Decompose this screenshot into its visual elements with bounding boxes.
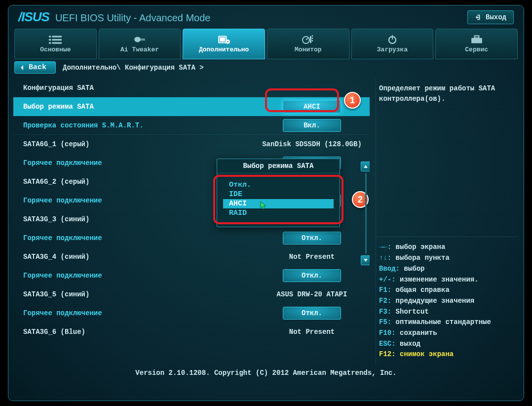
toolbox-icon xyxy=(470,35,483,44)
settings-panel: Конфигурация SATA Выбор режима SATAAHCIП… xyxy=(13,79,370,365)
svg-rect-19 xyxy=(474,36,479,38)
svg-rect-18 xyxy=(471,38,482,43)
tab-boot[interactable]: Загрузка xyxy=(351,29,434,59)
setting-row[interactable]: Горячее подключениеОткл. xyxy=(13,229,370,247)
monitor-icon xyxy=(302,35,314,44)
svg-rect-4 xyxy=(49,42,51,43)
back-button[interactable]: Back xyxy=(14,61,56,74)
hotkey-desc: выбор xyxy=(404,265,424,273)
svg-rect-8 xyxy=(220,37,225,41)
app-title: UEFI BIOS Utility - Advanced Mode xyxy=(55,12,211,24)
hotkey-key: F1: xyxy=(379,286,396,294)
value-button[interactable]: Вкл. xyxy=(283,119,341,132)
hotkey-key: ESC: xyxy=(379,340,400,348)
setting-row: SATA3G_6 (Blue)Not Present xyxy=(13,323,370,341)
back-arrow-icon xyxy=(20,65,26,71)
hotkey-desc: оптимальные стандартные xyxy=(396,318,491,326)
setting-row: SATA3G_5 (синий)ASUS DRW-20 ATAPI xyxy=(13,285,370,304)
brand: /ISUS UEFI BIOS Utility - Advanced Mode xyxy=(18,9,210,25)
tab-advanced[interactable]: Дополнительно xyxy=(183,29,265,59)
svg-rect-15 xyxy=(312,40,313,41)
setting-label: SATA6G_1 (серый) xyxy=(14,140,260,148)
scroll-up-button[interactable] xyxy=(361,162,370,171)
tweaker-icon xyxy=(133,35,146,44)
advanced-icon xyxy=(218,35,230,44)
bios-window: /ISUS UEFI BIOS Utility - Advanced Mode … xyxy=(8,5,524,401)
value-button[interactable]: Откл. xyxy=(283,307,341,320)
setting-label: Горячее подключение xyxy=(14,309,260,317)
hotkey-desc: Shortcut xyxy=(396,308,429,316)
hotkey-desc: снимок экрана xyxy=(400,350,454,358)
scrollbar[interactable] xyxy=(361,162,370,265)
tab-label: Дополнительно xyxy=(199,46,249,53)
dropdown-option[interactable]: IDE xyxy=(223,190,334,199)
value-button[interactable]: Откл. xyxy=(283,269,341,282)
setting-value: Not Present xyxy=(260,253,364,261)
exit-label: Выход xyxy=(486,13,506,21)
tab-main[interactable]: Основные xyxy=(14,29,97,59)
svg-point-6 xyxy=(134,37,141,42)
value-button[interactable]: Откл. xyxy=(283,232,341,244)
svg-rect-5 xyxy=(52,42,62,43)
side-panel: Определяет режим работы SATA контроллера… xyxy=(376,79,519,365)
svg-rect-17 xyxy=(392,35,393,40)
tab-monitor[interactable]: Монитор xyxy=(267,29,349,59)
back-label: Back xyxy=(29,63,46,72)
setting-label: Проверка состояния S.M.A.R.T. xyxy=(14,122,260,129)
scroll-down-button[interactable] xyxy=(361,255,370,265)
chevron-down-icon xyxy=(363,258,368,263)
footer-copyright: Version 2.10.1208. Copyright (C) 2012 Am… xyxy=(8,367,524,379)
svg-rect-1 xyxy=(52,36,62,37)
dropdown-option[interactable]: RAID xyxy=(223,208,334,218)
setting-value[interactable]: Откл. xyxy=(260,269,364,282)
scroll-track[interactable] xyxy=(365,173,367,254)
hotkey-key: F3: xyxy=(379,308,396,316)
svg-rect-10 xyxy=(227,41,228,42)
tab-ai-tweaker[interactable]: Ai Tweaker xyxy=(99,29,181,59)
setting-label: SATA3G_6 (Blue) xyxy=(14,328,260,336)
setting-value: ASUS DRW-20 ATAPI xyxy=(260,290,364,298)
hotkey-desc: выбора пункта xyxy=(396,254,450,262)
setting-row[interactable]: Горячее подключениеОткл. xyxy=(13,266,370,285)
hotkey-legend: →←: выбор экрана↑↓: выбора пунктаВвод: в… xyxy=(376,237,519,365)
hotkey-desc: выбор экрана xyxy=(396,243,446,251)
tab-label: Загрузка xyxy=(377,46,408,53)
hotkey-key: F10: xyxy=(379,329,400,337)
tab-tool[interactable]: Сервис xyxy=(435,29,518,59)
hotkey-desc: изменение значения. xyxy=(400,276,479,284)
dropdown-option[interactable]: Откл. xyxy=(223,180,334,190)
dropdown-option[interactable]: AHCI xyxy=(223,199,334,208)
setting-value: SanDisk SDSSDH (128.0GB) xyxy=(260,140,364,148)
setting-row[interactable]: Горячее подключениеОткл. xyxy=(13,304,370,323)
setting-value[interactable]: Откл. xyxy=(260,307,364,320)
section-title: Конфигурация SATA xyxy=(14,84,364,92)
svg-rect-3 xyxy=(52,39,62,40)
exit-button[interactable]: Выход xyxy=(467,10,514,24)
setting-row: SATA6G_1 (серый)SanDisk SDSSDH (128.0GB) xyxy=(13,135,370,154)
hotkey-key: F5: xyxy=(379,318,396,326)
help-description: Определяет режим работы SATA контроллера… xyxy=(376,79,519,237)
exit-icon xyxy=(475,14,482,21)
hotkey-key: F12: xyxy=(379,350,400,358)
chevron-up-icon xyxy=(363,164,368,169)
popup-title: Выбор режима SATA xyxy=(217,159,340,173)
breadcrumb: Дополнительно\ Конфигурация SATA > xyxy=(63,64,204,72)
setting-value[interactable]: Вкл. xyxy=(260,119,364,132)
hotkey-key: →←: xyxy=(379,243,396,251)
hotkey-desc: сохранить xyxy=(400,329,437,337)
value-button[interactable]: AHCI xyxy=(283,100,341,113)
asus-logo: /ISUS xyxy=(18,9,49,25)
setting-label: Выбор режима SATA xyxy=(14,103,260,111)
hotkey-key: F2: xyxy=(379,297,396,305)
hotkey-key: Ввод: xyxy=(379,265,404,273)
svg-rect-13 xyxy=(312,35,313,37)
hotkey-desc: выход xyxy=(400,340,420,348)
setting-row[interactable]: Проверка состояния S.M.A.R.T.Вкл. xyxy=(13,116,370,135)
annotation-badge-1: 1 xyxy=(344,92,361,109)
svg-rect-0 xyxy=(49,36,51,37)
list-icon xyxy=(49,35,62,44)
setting-value[interactable]: Откл. xyxy=(260,232,364,244)
setting-row[interactable]: Выбор режима SATAAHCI xyxy=(13,97,370,116)
power-icon xyxy=(386,35,399,44)
tab-label: Основные xyxy=(40,46,71,53)
